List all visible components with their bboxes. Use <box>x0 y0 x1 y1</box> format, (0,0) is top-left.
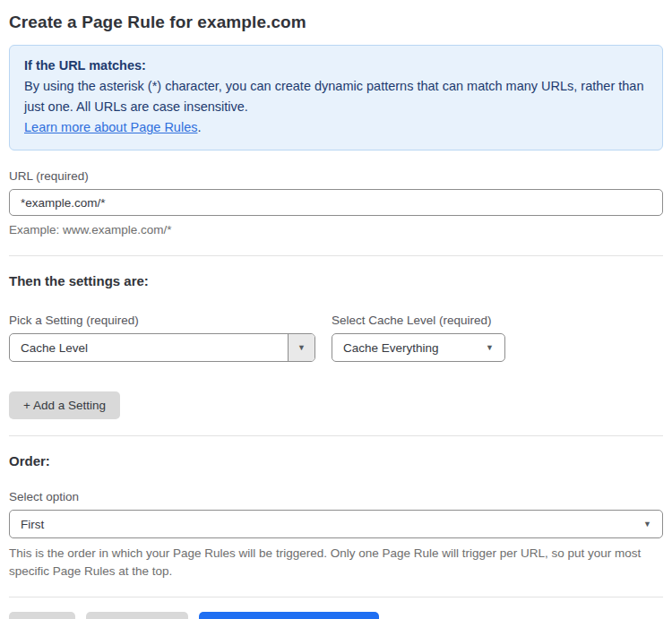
divider-order <box>9 435 663 436</box>
url-example-text: Example: www.example.com/* <box>9 221 663 239</box>
setting-select-value: Cache Level <box>10 341 288 355</box>
order-select-value: First <box>10 518 643 531</box>
settings-row: Pick a Setting (required) Cache Level ▼ … <box>9 314 663 362</box>
setting-select-arrow-cell[interactable]: ▼ <box>288 334 314 361</box>
cache-level-arrow-cell: ▼ <box>486 344 504 352</box>
setting-select-group: Pick a Setting (required) Cache Level ▼ <box>9 314 315 362</box>
info-box-heading: If the URL matches: <box>24 56 648 76</box>
order-select-arrow-cell: ▼ <box>643 520 662 529</box>
divider-settings <box>9 255 663 256</box>
settings-section-heading: Then the settings are: <box>9 273 663 288</box>
setting-select-label: Pick a Setting (required) <box>9 314 315 327</box>
cache-level-select-value: Cache Everything <box>332 341 486 355</box>
url-input[interactable] <box>9 189 663 216</box>
order-help-text: This is the order in which your Page Rul… <box>9 545 663 580</box>
chevron-down-icon: ▼ <box>486 344 494 352</box>
save-and-deploy-button[interactable]: Save and Deploy Page Rule <box>199 612 380 619</box>
cache-level-select[interactable]: Cache Everything ▼ <box>332 333 505 362</box>
footer-actions: Cancel Save as Draft Save and Deploy Pag… <box>9 612 663 619</box>
add-setting-button[interactable]: + Add a Setting <box>9 391 120 419</box>
setting-select[interactable]: Cache Level ▼ <box>9 333 315 362</box>
divider-footer <box>9 597 663 598</box>
chevron-down-icon: ▼ <box>297 344 306 352</box>
chevron-down-icon: ▼ <box>643 520 651 529</box>
order-select[interactable]: First ▼ <box>9 510 663 538</box>
save-as-draft-button[interactable]: Save as Draft <box>86 612 188 619</box>
cache-level-select-group: Select Cache Level (required) Cache Ever… <box>332 314 505 362</box>
info-box-link-line: Learn more about Page Rules. <box>24 117 648 138</box>
order-select-label: Select option <box>9 490 663 503</box>
learn-more-link[interactable]: Learn more about Page Rules <box>24 120 197 134</box>
info-box-body: By using the asterisk (*) character, you… <box>24 76 648 117</box>
page-title: Create a Page Rule for example.com <box>9 13 663 32</box>
link-suffix: . <box>197 120 201 134</box>
url-match-info-box: If the URL matches: By using the asteris… <box>9 45 663 150</box>
order-section-heading: Order: <box>9 453 663 469</box>
cache-level-select-label: Select Cache Level (required) <box>332 314 505 327</box>
url-field-label: URL (required) <box>9 169 663 183</box>
page-rule-form: Create a Page Rule for example.com If th… <box>0 0 672 619</box>
cancel-button[interactable]: Cancel <box>9 612 75 619</box>
